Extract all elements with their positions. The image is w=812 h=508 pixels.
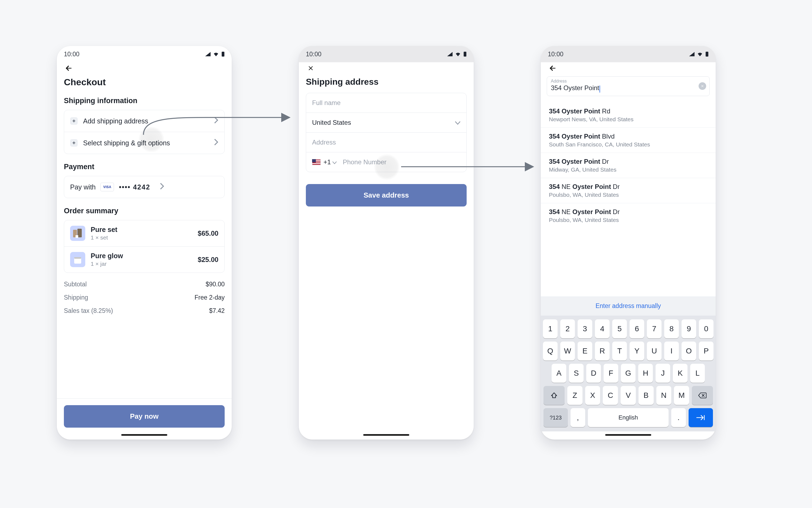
shipping-cost-label: Shipping — [64, 294, 88, 301]
address-suggestion[interactable]: 354 NE Oyster Point DrPoulsbo, WA, Unite… — [541, 178, 716, 203]
keyboard-key[interactable]: 2 — [560, 320, 575, 338]
mode-key[interactable]: ?123 — [544, 408, 568, 427]
keyboard-key[interactable]: C — [603, 386, 618, 405]
keyboard-key[interactable]: 9 — [682, 320, 696, 338]
keyboard-key[interactable]: W — [560, 342, 575, 361]
product-thumbnail — [70, 226, 85, 241]
page-title: Shipping address — [299, 74, 474, 92]
full-name-field[interactable]: Full name — [306, 93, 466, 113]
suggestion-line1: 354 NE Oyster Point Dr — [549, 208, 708, 216]
order-item-price: $25.00 — [198, 256, 218, 264]
keyboard-key[interactable]: D — [586, 364, 601, 383]
address-suggestion[interactable]: 354 Oyster Point BlvdSouth San Francisco… — [541, 128, 716, 153]
page-title: Checkout — [57, 74, 232, 93]
tax-label: Sales tax (8.25%) — [64, 307, 113, 314]
svg-rect-5 — [74, 257, 81, 259]
country-select[interactable]: United States — [306, 113, 466, 132]
shipping-cost-row: Shipping Free 2-day — [57, 291, 232, 304]
enter-address-manually-link[interactable]: Enter address manually — [541, 296, 716, 315]
svg-rect-0 — [222, 52, 224, 56]
suggestion-line2: Poulsbo, WA, United States — [549, 217, 708, 223]
keyboard-key[interactable]: 8 — [664, 320, 679, 338]
keyboard-key[interactable]: L — [690, 364, 705, 383]
phone-shipping-form: 10:00 Shipping address Full name — [299, 46, 474, 439]
keyboard-key[interactable]: R — [595, 342, 609, 361]
keyboard-key[interactable]: H — [638, 364, 653, 383]
comma-key[interactable]: , — [570, 408, 585, 427]
keyboard-key[interactable]: U — [647, 342, 661, 361]
suggestion-line2: South San Francisco, CA, United States — [549, 141, 708, 148]
keyboard-key[interactable]: X — [585, 386, 600, 405]
chevron-right-icon — [160, 183, 164, 191]
full-name-placeholder: Full name — [312, 99, 460, 107]
status-icons — [447, 52, 467, 56]
keyboard-key[interactable]: O — [682, 342, 696, 361]
suggestion-line2: Poulsbo, WA, United States — [549, 192, 708, 198]
keyboard-key[interactable]: J — [655, 364, 670, 383]
suggestion-line1: 354 NE Oyster Point Dr — [549, 183, 708, 190]
save-address-button[interactable]: Save address — [306, 184, 467, 207]
address-suggestion[interactable]: 354 Oyster Point DrMidway, GA, United St… — [541, 153, 716, 178]
keyboard-key[interactable]: B — [639, 386, 654, 405]
address-search-label: Address — [551, 79, 706, 84]
status-icons — [689, 52, 709, 56]
payment-heading: Payment — [57, 159, 232, 174]
status-icons — [205, 52, 225, 56]
back-icon[interactable] — [547, 63, 558, 74]
keyboard-key[interactable]: Z — [567, 386, 583, 405]
keyboard-key[interactable]: 7 — [647, 320, 661, 338]
keyboard-key[interactable]: 5 — [612, 320, 627, 338]
svg-rect-6 — [464, 52, 466, 56]
address-field[interactable]: Address — [306, 132, 466, 152]
close-icon[interactable] — [305, 63, 316, 74]
back-icon[interactable] — [63, 63, 74, 74]
add-shipping-label: Add shipping address — [83, 117, 209, 125]
keyboard-key[interactable]: Y — [630, 342, 644, 361]
keyboard-key[interactable]: G — [621, 364, 636, 383]
shipping-heading: Shipping information — [57, 93, 232, 108]
keyboard-key[interactable]: 4 — [595, 320, 609, 338]
pay-now-button[interactable]: Pay now — [64, 405, 225, 428]
keyboard-key[interactable]: 3 — [578, 320, 592, 338]
suggestion-line1: 354 Oyster Point Blvd — [549, 133, 708, 140]
keyboard-key[interactable]: N — [656, 386, 672, 405]
payment-method-row[interactable]: Pay with VISA •••• 4242 — [64, 176, 224, 198]
order-item-price: $65.00 — [198, 229, 218, 237]
keyboard-key[interactable]: 1 — [543, 320, 558, 338]
keyboard-key[interactable]: I — [664, 342, 679, 361]
keyboard-key[interactable]: 0 — [699, 320, 714, 338]
status-bar: 10:00 — [57, 46, 232, 62]
select-shipping-options-row[interactable]: + Select shipping & gift options — [64, 132, 224, 154]
backspace-key[interactable] — [692, 386, 713, 405]
add-shipping-address-row[interactable]: + Add shipping address — [64, 110, 224, 132]
keyboard-key[interactable]: P — [699, 342, 714, 361]
address-search-field[interactable]: Address 354 Oyster Point — [547, 76, 710, 96]
order-item-name: Pure glow — [91, 252, 123, 260]
suggestion-line2: Midway, GA, United States — [549, 166, 708, 173]
space-key[interactable]: English — [588, 408, 669, 427]
keyboard-key[interactable]: M — [674, 386, 689, 405]
tax-value: $7.42 — [209, 307, 225, 314]
keyboard-key[interactable]: V — [621, 386, 636, 405]
plus-icon: + — [70, 139, 78, 147]
address-search-input[interactable]: 354 Oyster Point — [551, 84, 599, 91]
phone-field[interactable]: +1 Phone Number — [306, 152, 466, 172]
keyboard-key[interactable]: E — [578, 342, 592, 361]
period-key[interactable]: . — [671, 408, 686, 427]
keyboard-key[interactable]: 6 — [630, 320, 644, 338]
address-suggestion[interactable]: 354 NE Oyster Point DrPoulsbo, WA, Unite… — [541, 203, 716, 228]
keyboard-key[interactable]: Q — [543, 342, 558, 361]
keyboard-key[interactable]: A — [552, 364, 566, 383]
keyboard-key[interactable]: K — [673, 364, 687, 383]
keyboard-key[interactable]: S — [569, 364, 584, 383]
keyboard-key[interactable]: F — [604, 364, 618, 383]
clear-icon[interactable] — [698, 82, 706, 90]
status-time: 10:00 — [64, 51, 80, 58]
subtotal-value: $90.00 — [206, 281, 225, 288]
keyboard-key[interactable]: T — [612, 342, 627, 361]
shift-key[interactable] — [544, 386, 565, 405]
address-suggestion[interactable]: 354 Oyster Point RdNewport News, VA, Uni… — [541, 102, 716, 128]
order-item: Pure glow 1 × jar $25.00 — [64, 246, 224, 272]
status-bar: 10:00 — [541, 46, 716, 62]
enter-key[interactable] — [689, 408, 713, 427]
